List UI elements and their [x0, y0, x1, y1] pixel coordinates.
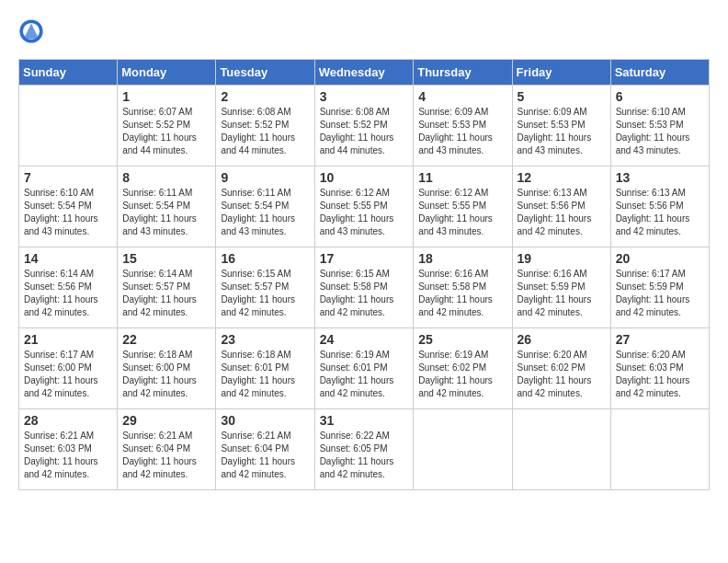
calendar-cell: 17Sunrise: 6:15 AMSunset: 5:58 PMDayligh…: [314, 247, 414, 328]
calendar-cell: 12Sunrise: 6:13 AMSunset: 5:56 PMDayligh…: [512, 167, 610, 247]
day-number: 21: [24, 332, 112, 347]
cell-info: Sunrise: 6:21 AMSunset: 6:03 PMDaylight:…: [24, 430, 112, 481]
cell-info: Sunrise: 6:12 AMSunset: 5:55 PMDaylight:…: [320, 187, 409, 238]
week-row-2: 7Sunrise: 6:10 AMSunset: 5:54 PMDaylight…: [19, 167, 710, 247]
week-row-4: 21Sunrise: 6:17 AMSunset: 6:00 PMDayligh…: [19, 328, 710, 409]
day-number: 25: [418, 332, 506, 347]
day-number: 26: [518, 332, 606, 347]
calendar-cell: 5Sunrise: 6:09 AMSunset: 5:53 PMDaylight…: [512, 86, 610, 167]
cell-info: Sunrise: 6:15 AMSunset: 5:57 PMDaylight:…: [221, 268, 309, 319]
calendar-header-wednesday: Wednesday: [314, 60, 414, 86]
cell-info: Sunrise: 6:15 AMSunset: 5:58 PMDaylight:…: [320, 268, 409, 319]
day-number: 16: [221, 251, 309, 266]
week-row-1: 1Sunrise: 6:07 AMSunset: 5:52 PMDaylight…: [19, 86, 710, 167]
calendar-cell: 15Sunrise: 6:14 AMSunset: 5:57 PMDayligh…: [118, 247, 216, 328]
day-number: 5: [518, 89, 606, 104]
cell-info: Sunrise: 6:18 AMSunset: 6:00 PMDaylight:…: [122, 349, 210, 400]
calendar-cell: 1Sunrise: 6:07 AMSunset: 5:52 PMDaylight…: [118, 86, 216, 167]
cell-info: Sunrise: 6:11 AMSunset: 5:54 PMDaylight:…: [122, 187, 210, 238]
cell-info: Sunrise: 6:20 AMSunset: 6:02 PMDaylight:…: [518, 349, 606, 400]
day-number: 9: [221, 170, 309, 185]
day-number: 24: [320, 332, 409, 347]
day-number: 18: [418, 251, 506, 266]
calendar-cell: 26Sunrise: 6:20 AMSunset: 6:02 PMDayligh…: [512, 328, 610, 409]
cell-info: Sunrise: 6:19 AMSunset: 6:01 PMDaylight:…: [320, 349, 409, 400]
calendar-header-tuesday: Tuesday: [216, 60, 314, 86]
cell-info: Sunrise: 6:10 AMSunset: 5:54 PMDaylight:…: [24, 187, 112, 238]
cell-info: Sunrise: 6:13 AMSunset: 5:56 PMDaylight:…: [518, 187, 606, 238]
cell-info: Sunrise: 6:17 AMSunset: 6:00 PMDaylight:…: [24, 349, 112, 400]
calendar-cell: 20Sunrise: 6:17 AMSunset: 5:59 PMDayligh…: [610, 247, 709, 328]
day-number: 7: [24, 170, 112, 185]
cell-info: Sunrise: 6:11 AMSunset: 5:54 PMDaylight:…: [221, 187, 309, 238]
week-row-3: 14Sunrise: 6:14 AMSunset: 5:56 PMDayligh…: [19, 247, 710, 328]
day-number: 23: [221, 332, 309, 347]
cell-info: Sunrise: 6:20 AMSunset: 6:03 PMDaylight:…: [616, 349, 704, 400]
day-number: 3: [320, 89, 409, 104]
cell-info: Sunrise: 6:09 AMSunset: 5:53 PMDaylight:…: [418, 106, 506, 157]
day-number: 15: [122, 251, 210, 266]
day-number: 10: [320, 170, 409, 185]
calendar-cell: 10Sunrise: 6:12 AMSunset: 5:55 PMDayligh…: [314, 167, 414, 247]
day-number: 12: [518, 170, 606, 185]
day-number: 13: [616, 170, 704, 185]
logo-icon: [18, 18, 44, 44]
week-row-5: 28Sunrise: 6:21 AMSunset: 6:03 PMDayligh…: [19, 409, 710, 490]
calendar-cell: [610, 409, 709, 490]
logo: [18, 18, 48, 44]
cell-info: Sunrise: 6:09 AMSunset: 5:53 PMDaylight:…: [518, 106, 606, 157]
calendar-header-thursday: Thursday: [414, 60, 512, 86]
calendar-cell: 3Sunrise: 6:08 AMSunset: 5:52 PMDaylight…: [314, 86, 414, 167]
day-number: 19: [518, 251, 606, 266]
day-number: 8: [122, 170, 210, 185]
day-number: 29: [122, 413, 210, 428]
day-number: 14: [24, 251, 112, 266]
calendar-cell: 2Sunrise: 6:08 AMSunset: 5:52 PMDaylight…: [216, 86, 314, 167]
calendar-cell: 11Sunrise: 6:12 AMSunset: 5:55 PMDayligh…: [414, 167, 512, 247]
cell-info: Sunrise: 6:21 AMSunset: 6:04 PMDaylight:…: [122, 430, 210, 481]
cell-info: Sunrise: 6:22 AMSunset: 6:05 PMDaylight:…: [320, 430, 409, 481]
cell-info: Sunrise: 6:16 AMSunset: 5:58 PMDaylight:…: [418, 268, 506, 319]
calendar-cell: 21Sunrise: 6:17 AMSunset: 6:00 PMDayligh…: [19, 328, 118, 409]
day-number: 17: [320, 251, 409, 266]
calendar-cell: 24Sunrise: 6:19 AMSunset: 6:01 PMDayligh…: [314, 328, 414, 409]
calendar-cell: 25Sunrise: 6:19 AMSunset: 6:02 PMDayligh…: [414, 328, 512, 409]
calendar-header-sunday: Sunday: [19, 60, 118, 86]
calendar-table: SundayMondayTuesdayWednesdayThursdayFrid…: [18, 59, 710, 490]
day-number: 20: [616, 251, 704, 266]
page-header: [18, 18, 710, 44]
calendar-cell: 13Sunrise: 6:13 AMSunset: 5:56 PMDayligh…: [610, 167, 709, 247]
calendar-cell: 19Sunrise: 6:16 AMSunset: 5:59 PMDayligh…: [512, 247, 610, 328]
cell-info: Sunrise: 6:12 AMSunset: 5:55 PMDaylight:…: [418, 187, 506, 238]
cell-info: Sunrise: 6:14 AMSunset: 5:57 PMDaylight:…: [122, 268, 210, 319]
calendar-cell: 4Sunrise: 6:09 AMSunset: 5:53 PMDaylight…: [414, 86, 512, 167]
calendar-cell: 30Sunrise: 6:21 AMSunset: 6:04 PMDayligh…: [216, 409, 314, 490]
calendar-header-friday: Friday: [512, 60, 610, 86]
calendar-cell: 28Sunrise: 6:21 AMSunset: 6:03 PMDayligh…: [19, 409, 118, 490]
cell-info: Sunrise: 6:16 AMSunset: 5:59 PMDaylight:…: [518, 268, 606, 319]
calendar-cell: 8Sunrise: 6:11 AMSunset: 5:54 PMDaylight…: [118, 167, 216, 247]
calendar-cell: 7Sunrise: 6:10 AMSunset: 5:54 PMDaylight…: [19, 167, 118, 247]
cell-info: Sunrise: 6:08 AMSunset: 5:52 PMDaylight:…: [221, 106, 309, 157]
calendar-cell: 18Sunrise: 6:16 AMSunset: 5:58 PMDayligh…: [414, 247, 512, 328]
day-number: 6: [616, 89, 704, 104]
day-number: 22: [122, 332, 210, 347]
calendar-header-saturday: Saturday: [610, 60, 709, 86]
calendar-cell: 31Sunrise: 6:22 AMSunset: 6:05 PMDayligh…: [314, 409, 414, 490]
cell-info: Sunrise: 6:10 AMSunset: 5:53 PMDaylight:…: [616, 106, 704, 157]
cell-info: Sunrise: 6:07 AMSunset: 5:52 PMDaylight:…: [122, 106, 210, 157]
day-number: 30: [221, 413, 309, 428]
calendar-header-monday: Monday: [118, 60, 216, 86]
day-number: 11: [418, 170, 506, 185]
calendar-cell: 23Sunrise: 6:18 AMSunset: 6:01 PMDayligh…: [216, 328, 314, 409]
cell-info: Sunrise: 6:21 AMSunset: 6:04 PMDaylight:…: [221, 430, 309, 481]
cell-info: Sunrise: 6:17 AMSunset: 5:59 PMDaylight:…: [616, 268, 704, 319]
calendar-cell: [512, 409, 610, 490]
calendar-cell: 22Sunrise: 6:18 AMSunset: 6:00 PMDayligh…: [118, 328, 216, 409]
day-number: 31: [320, 413, 409, 428]
day-number: 27: [616, 332, 704, 347]
cell-info: Sunrise: 6:19 AMSunset: 6:02 PMDaylight:…: [418, 349, 506, 400]
calendar-cell: 9Sunrise: 6:11 AMSunset: 5:54 PMDaylight…: [216, 167, 314, 247]
cell-info: Sunrise: 6:08 AMSunset: 5:52 PMDaylight:…: [320, 106, 409, 157]
cell-info: Sunrise: 6:18 AMSunset: 6:01 PMDaylight:…: [221, 349, 309, 400]
